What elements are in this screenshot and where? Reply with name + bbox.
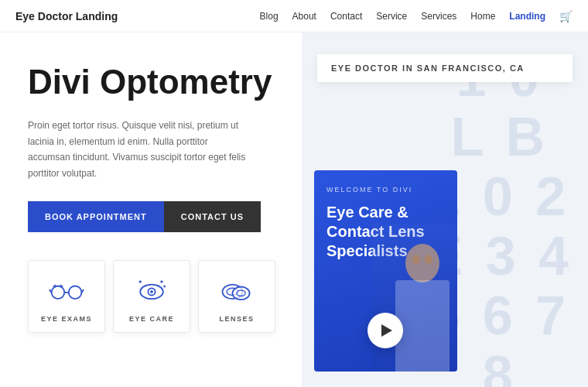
svg-point-0 [52, 286, 65, 299]
eye-exams-label: EYE EXAMS [41, 315, 92, 323]
svg-point-20 [232, 286, 249, 300]
svg-point-1 [69, 286, 82, 299]
navbar: Eye Doctor Landing Blog About Contact Se… [0, 0, 588, 33]
doctor-photo [372, 224, 457, 372]
service-card-eye-care: EYE CARE [113, 260, 190, 333]
nav-item-services[interactable]: Services [421, 11, 456, 22]
service-card-lenses: LENSES [198, 260, 275, 333]
eye-exams-icon [46, 275, 87, 307]
service-card-eye-exams: EYE EXAMS [28, 260, 105, 333]
svg-point-11 [150, 290, 153, 293]
eye-doctor-bar: EYE DOCTOR IN SAN FRANCISCO, CA [317, 54, 573, 82]
hero-buttons: BOOK APPOINTMENT CONTACT US [28, 201, 279, 232]
nav-item-service[interactable]: Service [376, 11, 407, 22]
hero-title: Divi Optometry [28, 63, 279, 101]
nav-item-landing[interactable]: Landing [509, 11, 545, 22]
nav-item-blog[interactable]: Blog [260, 11, 279, 22]
blue-card-welcome: WELCOME TO DIVI [326, 186, 445, 194]
hero-left: Divi Optometry Proin eget tortor risus. … [0, 33, 302, 387]
nav-links: Blog About Contact Service Services Home… [260, 10, 573, 22]
svg-line-3 [50, 289, 52, 293]
nav-item-about[interactable]: About [292, 11, 316, 22]
hero-description: Proin eget tortor risus. Quisque velit n… [28, 118, 252, 181]
svg-rect-23 [395, 280, 450, 372]
svg-point-22 [405, 244, 439, 283]
site-logo: Eye Doctor Landing [15, 10, 118, 22]
eye-care-label: EYE CARE [129, 315, 174, 323]
nav-item-home[interactable]: Home [470, 11, 495, 22]
contact-us-button[interactable]: CONTACT US [164, 201, 261, 232]
nav-item-contact[interactable]: Contact [330, 11, 362, 22]
eye-care-icon [132, 275, 172, 307]
service-cards: EYE EXAMS [28, 260, 279, 333]
lenses-label: LENSES [219, 315, 254, 323]
svg-line-4 [81, 289, 84, 293]
play-button[interactable] [368, 313, 403, 348]
hero-section: Divi Optometry Proin eget tortor risus. … [0, 33, 588, 387]
cart-icon[interactable]: 🛒 [559, 10, 573, 22]
svg-point-24 [412, 255, 420, 264]
svg-point-25 [425, 255, 432, 264]
hero-right: 1 0 L B 1 0 2 E 3 4 5 6 7 8 EYE DOCTOR I… [302, 33, 588, 387]
lenses-icon [217, 275, 257, 307]
book-appointment-button[interactable]: BOOK APPOINTMENT [28, 201, 164, 232]
